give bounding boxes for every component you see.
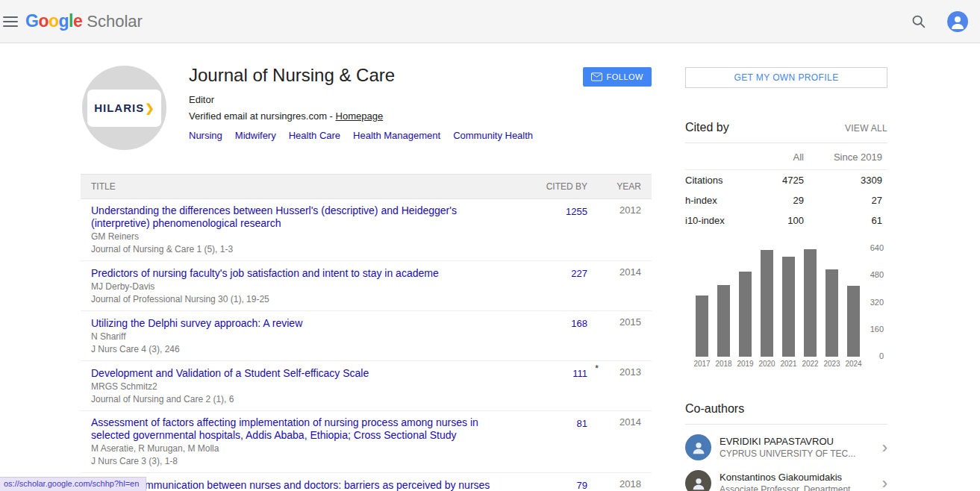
column-header-title[interactable]: TITLE — [91, 181, 516, 192]
chart-bar[interactable] — [804, 249, 817, 357]
article-authors: M Aseratie, R Murugan, M Molla — [91, 443, 500, 454]
cited-by-count-link[interactable]: 111 — [572, 368, 587, 379]
view-all-link[interactable]: VIEW ALL — [845, 123, 887, 134]
envelope-icon — [591, 72, 602, 81]
stats-column-since: Since 2019 — [804, 151, 887, 163]
stat-value-all: 100 — [752, 215, 804, 226]
chart-bar[interactable] — [696, 295, 708, 357]
article-venue: Journal of Nursing and Care 2 (1), 6 — [91, 394, 500, 405]
article-title-link[interactable]: Assessment of factors affecting implemen… — [91, 416, 500, 442]
hilaris-logo-chevron: ❯ — [145, 101, 155, 115]
google-wordmark: Google — [25, 11, 82, 31]
chart-y-tick-label: 640 — [858, 243, 884, 253]
hilaris-logo-text: HILARIS — [94, 101, 144, 114]
article-year: 2014 — [587, 266, 641, 305]
coauthor-name-link[interactable]: EVRIDIKI PAPASTAVROU — [720, 436, 876, 447]
google-logo-letter: G — [25, 11, 38, 31]
stat-label-link[interactable]: Citations — [685, 175, 752, 186]
chart-bar[interactable] — [717, 285, 730, 357]
google-logo-letter: g — [59, 11, 69, 31]
article-title-link[interactable]: Utilizing the Delphi survey approach: A … — [91, 317, 302, 330]
article-row: Understanding the differences between Hu… — [81, 199, 652, 261]
search-icon[interactable] — [911, 13, 926, 29]
chart-bar[interactable] — [782, 257, 795, 357]
column-header-cited-by[interactable]: CITED BY — [516, 181, 587, 192]
chart-y-tick-label: 320 — [858, 298, 884, 307]
google-scholar-logo[interactable]: Google Scholar — [25, 11, 143, 31]
article-year: 2014 — [587, 416, 641, 467]
chevron-right-icon[interactable]: › — [876, 475, 887, 491]
estimated-citation-asterisk[interactable]: * — [595, 363, 599, 374]
cited-by-count-link[interactable]: 227 — [571, 268, 587, 279]
coauthor-item[interactable]: EVRIDIKI PAPASTAVROUCYPRUS UNIVERSITY OF… — [685, 434, 887, 460]
cited-by-count-link[interactable]: 79 — [577, 480, 587, 491]
article-venue: J Nurs Care 3 (3), 1-8 — [91, 456, 500, 467]
interest-link[interactable]: Nursing — [189, 130, 222, 141]
google-logo-letter: e — [73, 11, 82, 31]
cited-by-count-link[interactable]: 168 — [571, 318, 587, 329]
interest-link[interactable]: Midwifery — [235, 130, 276, 141]
chart-y-tick-label: 480 — [858, 270, 884, 280]
articles-table: TITLE CITED BY YEAR Understanding the di… — [81, 174, 652, 491]
article-row: Predictors of nursing faculty's job sati… — [81, 261, 652, 311]
hilaris-logo: HILARIS❯ — [87, 90, 161, 127]
article-title-link[interactable]: Understanding the differences between Hu… — [91, 204, 500, 230]
coauthor-affiliation: Associate Professor, Department... — [720, 484, 876, 491]
article-main: Assessment of factors affecting implemen… — [91, 416, 516, 467]
article-year: 2018 — [587, 478, 641, 491]
chart-bar[interactable] — [739, 272, 752, 357]
article-title-link[interactable]: Development and Validation of a Student … — [91, 367, 369, 380]
cited-by-count-link[interactable]: 1255 — [566, 206, 587, 217]
google-logo-letter: o — [38, 11, 49, 31]
article-title-link[interactable]: Predictors of nursing faculty's job sati… — [91, 267, 439, 280]
stat-label-link[interactable]: i10-index — [685, 215, 752, 226]
articles-list: Understanding the differences between Hu… — [81, 199, 652, 491]
article-cited-cell: 81 — [516, 416, 587, 467]
verified-email: Verified email at nursingres.com - Homep… — [189, 110, 652, 122]
chevron-right-icon[interactable]: › — [876, 440, 887, 456]
article-cited-cell: 79 — [516, 478, 587, 491]
cited-by-heading: Cited by — [685, 121, 729, 134]
stat-value-since: 3309 — [804, 175, 887, 186]
cited-by-count-link[interactable]: 81 — [577, 418, 587, 429]
coauthor-text: Konstantinos GiakoumidakisAssociate Prof… — [720, 472, 876, 491]
interest-link[interactable]: Health Management — [353, 130, 440, 141]
chart-year-label: 2022 — [802, 360, 818, 369]
article-main: Effective communication between nurses a… — [91, 478, 516, 491]
article-authors: MJ Derby-Davis — [91, 281, 500, 293]
stat-value-since: 61 — [804, 215, 887, 226]
coauthor-name-link[interactable]: Konstantinos Giakoumidakis — [720, 472, 876, 483]
menu-icon[interactable] — [3, 16, 18, 27]
chart-bar[interactable] — [825, 269, 838, 357]
citation-stat-row: i10-index10061 — [685, 210, 887, 231]
interest-link[interactable]: Health Care — [289, 130, 340, 141]
coauthors-list: EVRIDIKI PAPASTAVROUCYPRUS UNIVERSITY OF… — [685, 434, 887, 491]
article-cited-cell: 1255 — [516, 204, 587, 255]
chart-bar[interactable] — [761, 250, 773, 357]
article-year: 2012 — [587, 204, 641, 255]
follow-button[interactable]: FOLLOW — [583, 67, 652, 87]
main-column: HILARIS❯ Journal of Nursing & Care Edito… — [81, 60, 652, 491]
citation-stat-row: h-index2927 — [685, 190, 887, 210]
verified-email-text: Verified email at nursingres.com - — [189, 110, 336, 122]
get-my-own-profile-button[interactable]: GET MY OWN PROFILE — [685, 67, 887, 88]
citations-chart-bars: 20172018201920202021202220232024 — [691, 249, 864, 369]
article-cited-cell: 111* — [516, 366, 587, 405]
person-icon — [690, 475, 707, 491]
chart-bar-column: 2023 — [821, 269, 843, 369]
interest-link[interactable]: Community Health — [453, 130, 533, 141]
stat-label-link[interactable]: h-index — [685, 195, 752, 206]
column-header-year[interactable]: YEAR — [587, 181, 641, 192]
articles-table-header: TITLE CITED BY YEAR — [81, 174, 652, 199]
chart-bar-column: 2020 — [756, 250, 778, 369]
chart-year-label: 2021 — [780, 360, 796, 369]
follow-button-label: FOLLOW — [607, 72, 643, 81]
coauthor-item[interactable]: Konstantinos GiakoumidakisAssociate Prof… — [685, 470, 887, 491]
homepage-link[interactable]: Homepage — [336, 110, 384, 122]
article-title-link[interactable]: Effective communication between nurses a… — [91, 479, 490, 491]
link-preview-statusbar: os://scholar.google.com/schhp?hl=en — [0, 477, 146, 491]
profile-role: Editor — [189, 94, 652, 105]
profile-photo[interactable]: HILARIS❯ — [82, 66, 166, 150]
chart-bar[interactable] — [847, 286, 860, 357]
account-avatar[interactable] — [947, 11, 968, 32]
